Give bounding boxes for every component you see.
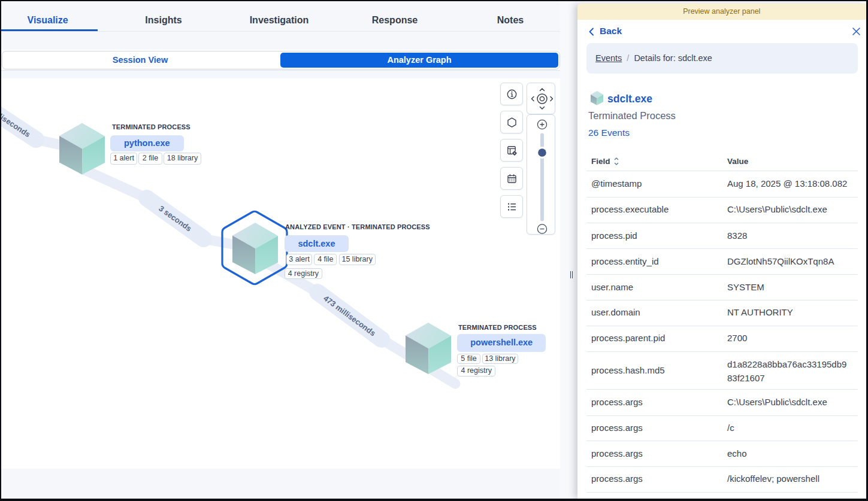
svg-text:473 milliseconds: 473 milliseconds bbox=[322, 294, 377, 338]
